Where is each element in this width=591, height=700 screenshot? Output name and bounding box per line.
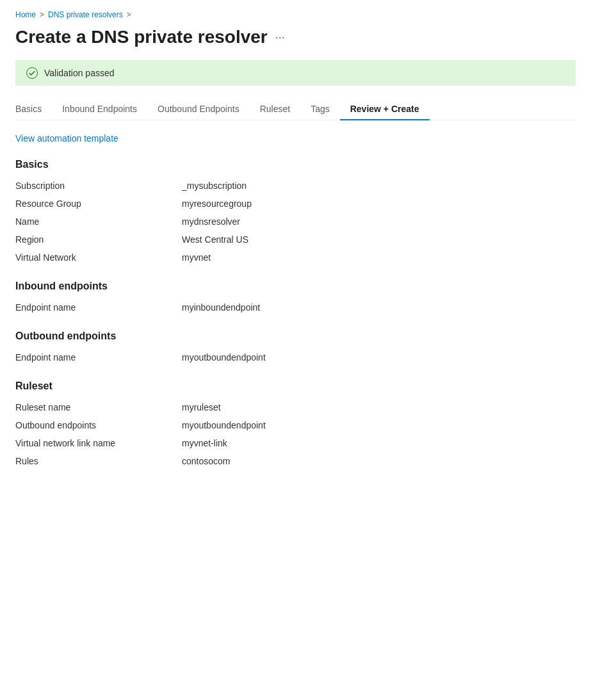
basics-name-row: Name mydnsresolver <box>15 216 576 227</box>
basics-region-row: Region West Central US <box>15 234 576 245</box>
ruleset-outbound-endpoints-row: Outbound endpoints myoutboundendpoint <box>15 420 576 430</box>
breadcrumb: Home > DNS private resolvers > <box>15 10 576 19</box>
basics-region-label: Region <box>15 234 182 245</box>
outbound-endpoints-section: Outbound endpoints Endpoint name myoutbo… <box>15 330 576 362</box>
ruleset-name-label: Ruleset name <box>15 402 182 412</box>
ruleset-vnet-link-value: myvnet-link <box>182 438 227 448</box>
inbound-endpoint-name-row: Endpoint name myinboundendpoint <box>15 302 576 313</box>
inbound-endpoints-section: Inbound endpoints Endpoint name myinboun… <box>15 281 576 313</box>
tab-tags[interactable]: Tags <box>300 99 340 120</box>
more-options-icon[interactable]: ··· <box>275 31 285 44</box>
outbound-endpoint-name-row: Endpoint name myoutboundendpoint <box>15 352 576 362</box>
tab-review-create[interactable]: Review + Create <box>340 99 430 120</box>
automation-template-link[interactable]: View automation template <box>15 133 118 143</box>
basics-subscription-row: Subscription _mysubscription <box>15 181 576 191</box>
validation-text: Validation passed <box>44 68 114 78</box>
ruleset-name-row: Ruleset name myruleset <box>15 402 576 412</box>
ruleset-vnet-link-label: Virtual network link name <box>15 438 182 448</box>
basics-virtual-network-row: Virtual Network myvnet <box>15 252 576 263</box>
ruleset-outbound-endpoints-value: myoutboundendpoint <box>182 420 266 430</box>
basics-virtual-network-value: myvnet <box>182 252 211 263</box>
tab-inbound-endpoints[interactable]: Inbound Endpoints <box>52 99 147 120</box>
tab-outbound-endpoints[interactable]: Outbound Endpoints <box>147 99 250 120</box>
ruleset-rules-label: Rules <box>15 456 182 466</box>
tab-basics[interactable]: Basics <box>15 99 52 120</box>
breadcrumb-dns-resolvers[interactable]: DNS private resolvers <box>48 10 123 19</box>
ruleset-rules-row: Rules contosocom <box>15 456 576 466</box>
basics-section: Basics Subscription _mysubscription Reso… <box>15 159 576 263</box>
basics-section-title: Basics <box>15 159 576 170</box>
page-container: Home > DNS private resolvers > Create a … <box>0 0 591 510</box>
breadcrumb-home[interactable]: Home <box>15 10 36 19</box>
ruleset-section-title: Ruleset <box>15 380 576 392</box>
page-title-row: Create a DNS private resolver ··· <box>15 27 576 47</box>
basics-resource-group-label: Resource Group <box>15 199 182 209</box>
ruleset-vnet-link-row: Virtual network link name myvnet-link <box>15 438 576 448</box>
inbound-endpoints-section-title: Inbound endpoints <box>15 281 576 292</box>
basics-virtual-network-label: Virtual Network <box>15 252 182 263</box>
inbound-endpoint-name-label: Endpoint name <box>15 302 182 313</box>
ruleset-outbound-endpoints-label: Outbound endpoints <box>15 420 182 430</box>
breadcrumb-separator-2: > <box>127 10 131 19</box>
validation-check-icon <box>26 67 38 79</box>
basics-subscription-value: _mysubscription <box>182 181 247 191</box>
ruleset-name-value: myruleset <box>182 402 221 412</box>
ruleset-section: Ruleset Ruleset name myruleset Outbound … <box>15 380 576 466</box>
outbound-endpoint-name-value: myoutboundendpoint <box>182 352 266 362</box>
outbound-endpoints-section-title: Outbound endpoints <box>15 330 576 342</box>
tabs-container: Basics Inbound Endpoints Outbound Endpoi… <box>15 99 576 120</box>
basics-resource-group-value: myresourcegroup <box>182 199 252 209</box>
validation-banner: Validation passed <box>15 60 576 86</box>
outbound-endpoint-name-label: Endpoint name <box>15 352 182 362</box>
ruleset-rules-value: contosocom <box>182 456 230 466</box>
page-title: Create a DNS private resolver <box>15 27 268 47</box>
svg-point-0 <box>27 68 38 79</box>
inbound-endpoint-name-value: myinboundendpoint <box>182 302 260 313</box>
tab-ruleset[interactable]: Ruleset <box>250 99 300 120</box>
basics-name-value: mydnsresolver <box>182 216 240 227</box>
breadcrumb-separator-1: > <box>40 10 44 19</box>
basics-region-value: West Central US <box>182 234 248 245</box>
basics-name-label: Name <box>15 216 182 227</box>
basics-subscription-label: Subscription <box>15 181 182 191</box>
basics-resource-group-row: Resource Group myresourcegroup <box>15 199 576 209</box>
